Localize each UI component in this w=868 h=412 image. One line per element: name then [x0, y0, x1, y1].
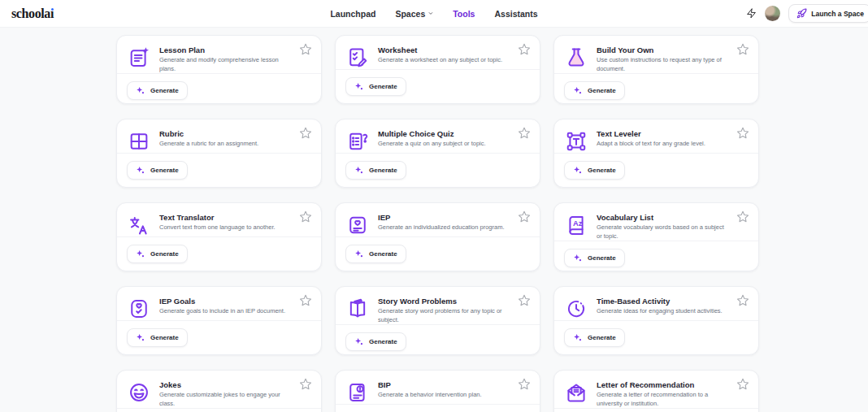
tool-card-iep[interactable]: IEP Generate an individualized education… [335, 202, 540, 271]
svg-text:Az: Az [573, 219, 583, 228]
tool-card-time-based-activity[interactable]: Time-Based Activity Generate ideas for e… [553, 286, 759, 355]
nav-item-spaces[interactable]: Spaces [395, 9, 433, 19]
favorite-star-icon[interactable] [736, 378, 749, 391]
favorite-star-icon[interactable] [518, 127, 531, 140]
tool-card-worksheet[interactable]: Worksheet Generate a worksheet on any su… [335, 35, 540, 104]
sparkle-icon [354, 337, 364, 346]
card-title: Jokes [159, 380, 292, 389]
tool-card-bip[interactable]: BIP Generate a behavior intervention pla… [335, 370, 540, 412]
favorite-star-icon[interactable] [518, 43, 531, 56]
card-description: Generate a worksheet on any subject or t… [378, 56, 502, 65]
card-title: Text Leveler [597, 129, 705, 138]
nav-item-launchpad[interactable]: Launchpad [330, 9, 375, 19]
generate-button[interactable]: Generate [564, 81, 625, 100]
generate-button[interactable]: Generate [127, 245, 188, 263]
card-title: Time-Based Activity [597, 297, 723, 306]
card-title: IEP [378, 213, 505, 222]
card-description: Generate a behavior intervention plan. [378, 391, 482, 400]
favorite-star-icon[interactable] [736, 127, 749, 140]
generate-label: Generate [588, 334, 616, 341]
tool-card-vocabulary-list[interactable]: Az Vocabulary List Generate vocabulary w… [553, 202, 759, 271]
translate-icon [128, 214, 150, 236]
generate-button[interactable]: Generate [127, 81, 188, 100]
generate-label: Generate [150, 87, 179, 94]
card-title: Multiple Choice Quiz [378, 129, 486, 138]
favorite-star-icon[interactable] [299, 294, 312, 307]
generate-button[interactable]: Generate [345, 332, 406, 351]
generate-button[interactable]: Generate [345, 161, 406, 180]
generate-button[interactable]: Generate [345, 77, 406, 96]
tool-card-lesson-plan[interactable]: Lesson Plan Generate and modify comprehe… [116, 35, 322, 104]
card-description: Generate story word problems for any top… [378, 307, 510, 324]
favorite-star-icon[interactable] [299, 210, 312, 223]
user-avatar[interactable] [765, 6, 780, 21]
tool-card-build-your-own[interactable]: Build Your Own Use custom instructions t… [553, 35, 759, 104]
card-title: IEP Goals [159, 297, 285, 306]
launch-a-space-button[interactable]: Launch a Space [788, 4, 868, 23]
favorite-star-icon[interactable] [736, 210, 749, 223]
tool-card-text-translator[interactable]: Text Translator Convert text from one la… [116, 202, 322, 271]
open-book-pencil-icon [346, 297, 369, 320]
sparkle-icon [136, 166, 145, 175]
tool-card-story-word-problems[interactable]: Story Word Problems Generate story word … [335, 286, 540, 355]
favorite-star-icon[interactable] [299, 127, 312, 140]
generate-label: Generate [369, 167, 397, 174]
text-leveler-icon [565, 130, 588, 153]
generate-label: Generate [369, 338, 397, 345]
tool-card-text-leveler[interactable]: Text Leveler Adapt a block of text for a… [553, 119, 759, 188]
tool-card-rubric[interactable]: Rubric Generate a rubric for an assignme… [116, 119, 322, 188]
card-title: Rubric [159, 129, 258, 138]
generate-button[interactable]: Generate [345, 245, 406, 263]
card-description: Use custom instructions to request any t… [597, 56, 729, 73]
favorite-star-icon[interactable] [736, 294, 749, 307]
tool-card-letter-of-recommendation[interactable]: Letter of Recommendation Generate a lett… [553, 370, 759, 412]
favorite-star-icon[interactable] [299, 378, 312, 391]
generate-label: Generate [588, 254, 616, 262]
favorite-star-icon[interactable] [518, 210, 531, 223]
clock-icon [565, 297, 588, 320]
sparkle-icon [354, 82, 364, 91]
quiz-list-icon [346, 130, 369, 153]
logo-text: schoola [11, 7, 50, 21]
generate-button[interactable]: Generate [564, 161, 625, 180]
navbar-actions: Launch a Space [746, 4, 868, 23]
main-nav: Launchpad Spaces Tools Assistants [330, 9, 537, 19]
tool-card-iep-goals[interactable]: IEP Goals Generate goals to include in a… [116, 286, 322, 355]
card-description: Adapt a block of text for any grade leve… [597, 140, 705, 149]
sparkle-icon [573, 166, 583, 175]
card-title: Story Word Problems [378, 297, 510, 306]
dictionary-book-icon: Az [565, 214, 588, 236]
generate-button[interactable]: Generate [127, 161, 188, 180]
favorite-star-icon[interactable] [736, 43, 749, 56]
generate-label: Generate [369, 250, 397, 258]
card-description: Generate an individualized education pro… [378, 223, 505, 232]
document-heart-icon [346, 214, 369, 236]
card-description: Generate and modify comprehensive lesson… [159, 56, 292, 73]
tool-card-multiple-choice-quiz[interactable]: Multiple Choice Quiz Generate a quiz on … [335, 119, 540, 188]
sparkle-icon [136, 333, 145, 342]
card-title: BIP [378, 380, 482, 389]
generate-label: Generate [588, 167, 616, 174]
rocket-icon [796, 8, 807, 19]
card-description: Generate goals to include in an IEP docu… [159, 307, 285, 316]
card-description: Generate ideas for engaging student acti… [597, 307, 723, 316]
card-description: Convert text from one language to anothe… [159, 223, 276, 232]
card-description: Generate a letter of recommendation to a… [597, 391, 729, 408]
tool-card-jokes[interactable]: Jokes Generate customizable jokes to eng… [116, 370, 322, 412]
generate-button[interactable]: Generate [564, 249, 625, 267]
nav-item-assistants[interactable]: Assistants [494, 9, 537, 19]
favorite-star-icon[interactable] [518, 294, 531, 307]
favorite-star-icon[interactable] [299, 43, 312, 56]
lightning-bolt-icon[interactable] [746, 8, 757, 19]
nav-item-tools[interactable]: Tools [453, 9, 475, 19]
sparkle-icon [354, 166, 364, 175]
sparkle-icon [573, 333, 583, 342]
card-title: Letter of Recommendation [597, 380, 729, 389]
generate-button[interactable]: Generate [564, 328, 625, 347]
generate-label: Generate [150, 334, 179, 341]
favorite-star-icon[interactable] [518, 378, 531, 391]
chevron-down-icon [427, 11, 433, 16]
generate-button[interactable]: Generate [127, 328, 188, 347]
schoolai-logo[interactable]: schoolaı [11, 7, 54, 21]
goals-heart-check-icon [128, 297, 150, 320]
